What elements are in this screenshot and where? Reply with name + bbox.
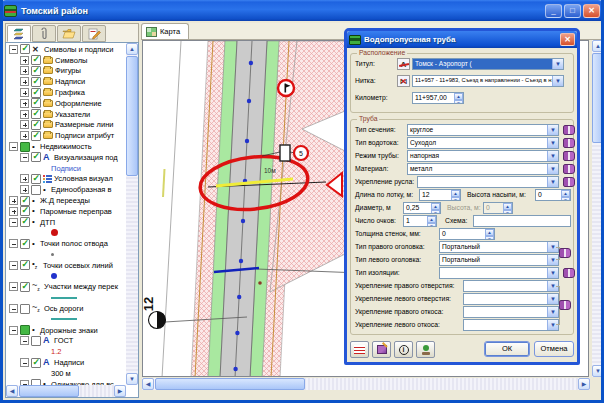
expand-icon[interactable] [20,99,29,108]
layer-checkbox[interactable] [20,206,30,216]
reference-book-icon[interactable] [563,138,575,148]
expand-icon[interactable] [20,131,29,140]
collapse-icon[interactable] [9,261,18,270]
layer-checkbox[interactable] [31,185,41,195]
right-head-combobox[interactable]: Портальный▼ [439,241,559,253]
nitka-combobox[interactable]: 11+957 - 11+983, Съезд в направлении - С… [412,75,564,87]
collapse-icon[interactable] [9,282,18,291]
tree-item[interactable]: •Точки осевых линий [7,260,126,271]
tree-scroll-left-icon[interactable]: ◀ [6,385,18,397]
expand-icon[interactable] [9,207,18,216]
window-titlebar[interactable]: Томский район _ □ ✕ [0,0,604,21]
expand-icon[interactable] [20,66,29,75]
pipe-mode-combobox[interactable]: напорная▼ [407,150,559,162]
embankment-height-spinner[interactable]: 0▲▼ [535,189,571,201]
sign-button[interactable] [416,341,435,358]
scheme-input[interactable] [473,215,571,227]
close-button[interactable]: ✕ [583,4,600,18]
left-head-combobox[interactable]: Портальный▼ [439,254,559,266]
reference-book-icon[interactable] [559,300,571,310]
collapse-icon[interactable] [9,326,18,335]
diameter-spinner[interactable]: 0,25▲▼ [403,202,441,214]
tree-item[interactable]: AГОСТ [7,336,126,347]
layer-checkbox[interactable] [20,196,30,206]
left-hole-combobox[interactable]: ▼ [463,293,559,305]
expand-icon[interactable] [20,56,29,65]
tree-item[interactable]: Условная визуал [7,174,126,185]
tree-item[interactable]: ~Участки между перек [7,282,126,293]
map-hscrollbar[interactable]: ◀ ▶ [142,378,590,390]
tree-item[interactable]: •Недвижимость [7,141,126,152]
ok-button[interactable]: ОК [484,341,530,357]
info-button[interactable]: i [394,341,413,358]
collapse-icon[interactable] [9,218,18,227]
expand-icon[interactable] [20,120,29,129]
reference-book-icon[interactable] [563,151,575,161]
kilometr-spinner[interactable]: 11+957,00▲▼ [412,92,464,104]
layer-checkbox[interactable] [31,120,41,130]
tree-item[interactable]: •ДТП [7,217,126,228]
tree-item[interactable]: Фигуры [7,66,126,77]
tree-item[interactable]: Подписи атрибут [7,130,126,141]
layer-checkbox[interactable] [31,88,41,98]
wall-thickness-spinner[interactable]: 0▲▼ [439,228,495,240]
tree-scroll-down-icon[interactable]: ▼ [126,373,138,385]
collapse-icon[interactable] [20,358,29,367]
tree-item[interactable]: Указатели [7,109,126,120]
tree-item[interactable]: ~Ось дороги [7,303,126,314]
tree-item[interactable]: Подписи [7,163,126,174]
tree-scroll-right-icon[interactable]: ▶ [114,385,126,397]
map-vscroll-thumb[interactable] [592,53,604,143]
tab-layers[interactable] [7,25,31,42]
tab-edit[interactable] [82,25,106,42]
titul-combobox[interactable]: Томск - Аэропорт (▼ [412,58,564,70]
minimize-button[interactable]: _ [545,4,562,18]
layer-checkbox[interactable] [20,239,30,249]
layer-checkbox[interactable] [31,55,41,65]
tree-vscroll-thumb[interactable] [126,56,138,176]
tree-item[interactable] [7,314,126,325]
layer-checkbox[interactable] [31,98,41,108]
layer-checkbox[interactable] [31,131,41,141]
layer-checkbox[interactable] [20,304,30,314]
tree-hscrollbar[interactable]: ◀ ▶ [6,385,126,397]
tree-item[interactable]: •Точки полос отвода [7,238,126,249]
tree-item[interactable]: Символы [7,55,126,66]
tree-item[interactable] [7,249,126,260]
channel-reinforcement-combobox[interactable]: ▼ [417,176,559,188]
map-scroll-right-icon[interactable]: ▶ [578,378,590,390]
tree-item[interactable]: •Единообразная в [7,184,126,195]
expand-icon[interactable] [20,174,29,183]
expand-icon[interactable] [20,110,29,119]
tab-map[interactable]: Карта [141,23,189,39]
holes-count-spinner[interactable]: 1▲▼ [403,215,437,227]
right-slope-combobox[interactable]: ▼ [463,306,559,318]
reference-book-icon[interactable] [563,268,575,278]
collapse-icon[interactable] [9,45,18,54]
tree-item[interactable]: Размерные лини [7,120,126,131]
expand-icon[interactable] [20,88,29,97]
expand-icon[interactable] [20,77,29,86]
tree-item[interactable]: •Дорожные знаки [7,325,126,336]
tree-vscrollbar[interactable]: ▲ ▼ [126,43,138,385]
reference-book-icon[interactable] [563,164,575,174]
right-hole-combobox[interactable]: ▼ [463,280,559,292]
map-scroll-down-icon[interactable]: ▼ [592,365,604,377]
cancel-button[interactable]: Отмена [534,341,574,357]
tree-item[interactable]: AВизуализация под [7,152,126,163]
watercourse-combobox[interactable]: Суходол▼ [407,137,559,149]
dialog-titlebar[interactable]: Водопропускная труба ✕ [347,31,577,48]
tree-item[interactable] [7,271,126,282]
map-scroll-up-icon[interactable]: ▲ [592,40,604,52]
expand-icon[interactable] [20,185,29,194]
layer-checkbox[interactable] [20,44,30,54]
reference-book-icon[interactable] [563,177,575,187]
tree-item[interactable]: ✕Символы и подписи [7,44,126,55]
section-type-combobox[interactable]: круглое▼ [407,124,559,136]
tab-open[interactable] [57,25,81,42]
tree-item[interactable]: Надписи [7,76,126,87]
tree-item[interactable] [7,228,126,239]
layer-checkbox[interactable] [31,77,41,87]
tree-item[interactable]: 1.2 [7,346,126,357]
map-vscrollbar[interactable]: ▲ ▼ [592,40,604,377]
